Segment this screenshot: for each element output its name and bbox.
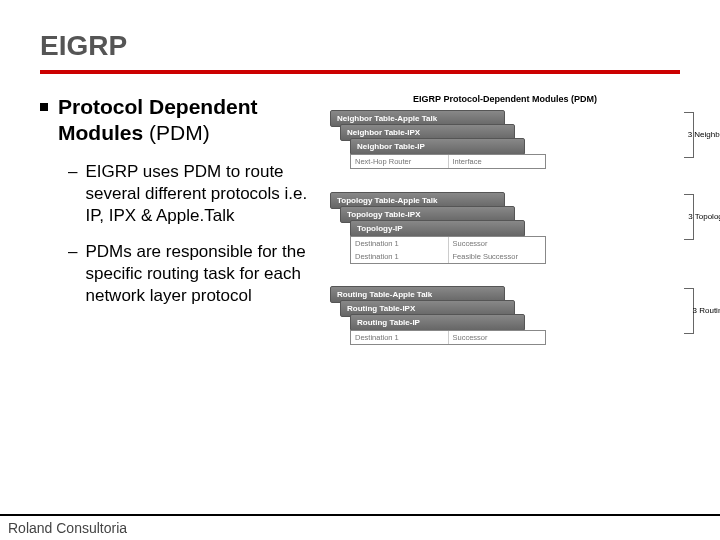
sub-text-2: PDMs are responsible for the specific ro… xyxy=(85,241,320,307)
col-dest: Destination 1 xyxy=(351,331,449,344)
routing-brace-label: 3 Routing Tables xyxy=(693,306,720,315)
diagram-title: EIGRP Protocol-Dependent Modules (PDM) xyxy=(330,94,680,104)
content-area: Protocol Dependent Modules (PDM) – EIGRP… xyxy=(40,94,680,368)
topology-table-box: Destination 1 Successor Destination 1 Fe… xyxy=(350,236,546,264)
main-bullet: Protocol Dependent Modules (PDM) xyxy=(40,94,320,147)
table-row: Next-Hop Router Interface xyxy=(351,155,545,168)
diagram-column: EIGRP Protocol-Dependent Modules (PDM) N… xyxy=(330,94,680,368)
sub-bullet-1: – EIGRP uses PDM to route several differ… xyxy=(68,161,320,227)
table-row: Destination 1 Feasible Successor xyxy=(351,250,545,263)
routing-table-box: Destination 1 Successor xyxy=(350,330,546,345)
text-column: Protocol Dependent Modules (PDM) – EIGRP… xyxy=(40,94,320,368)
neighbor-brace-label: 3 Neighbor Tables xyxy=(688,130,720,139)
col-fsucc: Feasible Successor xyxy=(449,250,546,263)
sub-bullet-2: – PDMs are responsible for the specific … xyxy=(68,241,320,307)
footer-text: Roland Consultoria xyxy=(8,520,127,536)
topology-group: Topology Table-Apple Talk Topology Table… xyxy=(330,192,680,276)
col-dest2: Destination 1 xyxy=(351,250,449,263)
dash-icon: – xyxy=(68,161,77,227)
title-underline xyxy=(40,70,680,74)
col-nexthop: Next-Hop Router xyxy=(351,155,449,168)
neighbor-group: Neighbor Table-Apple Talk Neighbor Table… xyxy=(330,110,680,182)
neighbor-table-box: Next-Hop Router Interface xyxy=(350,154,546,169)
routing-header-ip: Routing Table-IP xyxy=(350,314,525,331)
sub-text-1: EIGRP uses PDM to route several differen… xyxy=(85,161,320,227)
dash-icon: – xyxy=(68,241,77,307)
topology-header-ip: Topology-IP xyxy=(350,220,525,237)
main-bullet-text: Protocol Dependent Modules (PDM) xyxy=(58,94,320,147)
table-row: Destination 1 Successor xyxy=(351,331,545,344)
col-succ: Successor xyxy=(449,331,546,344)
table-row: Destination 1 Successor xyxy=(351,237,545,250)
square-bullet-icon xyxy=(40,103,48,111)
main-suffix: (PDM) xyxy=(149,121,210,144)
col-interface: Interface xyxy=(449,155,546,168)
footer-bar: Roland Consultoria xyxy=(0,514,720,540)
slide-title: EIGRP xyxy=(40,30,680,62)
routing-group: Routing Table-Apple Talk Routing Table-I… xyxy=(330,286,680,358)
col-dest: Destination 1 xyxy=(351,237,449,250)
topology-brace-label: 3 Topology Tables xyxy=(688,212,720,221)
col-succ: Successor xyxy=(449,237,546,250)
neighbor-header-ip: Neighbor Table-IP xyxy=(350,138,525,155)
